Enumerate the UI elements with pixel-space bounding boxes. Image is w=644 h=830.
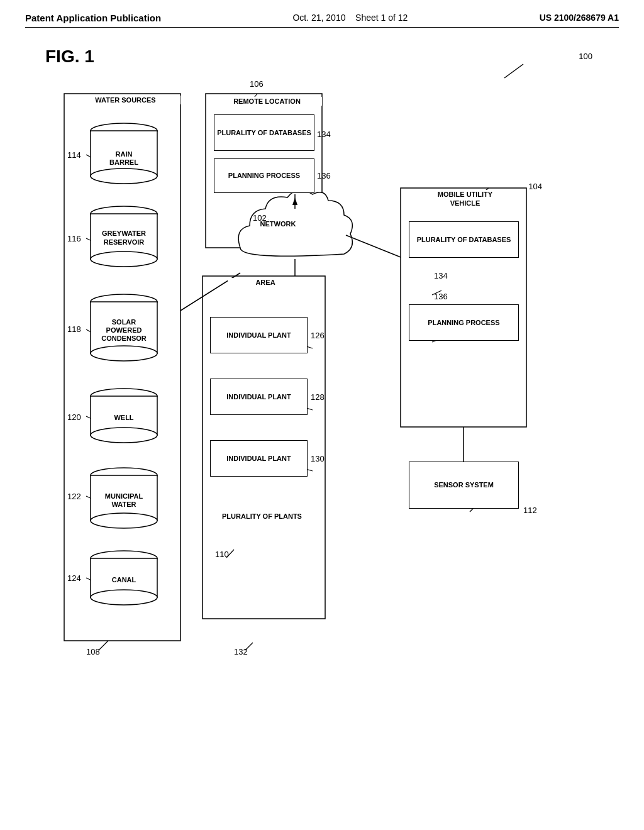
svg-text:RAIN: RAIN xyxy=(116,150,133,158)
mobile-planning-box: PLANNING PROCESS xyxy=(409,304,519,341)
ref-110: 110 xyxy=(215,550,229,559)
header-date-sheet: Oct. 21, 2010 Sheet 1 of 12 xyxy=(292,13,408,23)
ref-104: 104 xyxy=(528,182,542,191)
svg-point-50 xyxy=(91,428,157,443)
ref-120: 120 xyxy=(67,412,81,422)
page-header: Patent Application Publication Oct. 21, … xyxy=(25,13,619,28)
ref-106: 106 xyxy=(250,79,264,89)
svg-text:POWERED: POWERED xyxy=(106,326,142,334)
canal-cylinder: CANAL xyxy=(89,550,158,606)
area-title: AREA xyxy=(228,278,303,287)
well-cylinder: WELL xyxy=(89,387,158,444)
solar-cylinder: SOLAR POWERED CONDENSOR xyxy=(89,293,158,362)
header-sheet: Sheet 1 of 12 xyxy=(355,13,408,23)
ref-100: 100 xyxy=(579,52,592,61)
ref-132-bottom: 132 xyxy=(234,647,248,656)
svg-point-44 xyxy=(91,346,157,361)
ref-118: 118 xyxy=(67,324,81,334)
svg-text:BARREL: BARREL xyxy=(109,158,138,166)
svg-text:CANAL: CANAL xyxy=(112,576,136,584)
mobile-databases-box: PLURALITY OF DATABASES xyxy=(409,221,519,258)
municipal-cylinder: MUNICIPAL WATER xyxy=(89,467,158,529)
individual-plant-3-box: INDIVIDUAL PLANT xyxy=(210,440,308,477)
figure-label: FIG. 1 xyxy=(45,47,94,67)
svg-text:RESERVOIR: RESERVOIR xyxy=(104,238,145,246)
svg-text:GREYWATER: GREYWATER xyxy=(102,230,146,237)
header-patent-number: US 2100/268679 A1 xyxy=(540,13,619,23)
header-date: Oct. 21, 2010 xyxy=(292,13,345,23)
svg-text:CONDENSOR: CONDENSOR xyxy=(101,335,147,342)
sensor-system-box: SENSOR SYSTEM xyxy=(409,462,519,509)
header-publication-type: Patent Application Publication xyxy=(25,13,161,23)
individual-plant-2-box: INDIVIDUAL PLANT xyxy=(210,379,308,415)
svg-line-0 xyxy=(504,64,523,78)
ref-108-bottom: 108 xyxy=(86,647,100,656)
svg-marker-8 xyxy=(292,197,297,205)
ref-116: 116 xyxy=(67,234,81,243)
svg-point-39 xyxy=(91,252,157,267)
mobile-utility-title: MOBILE UTILITYVEHICLE xyxy=(407,190,523,208)
rain-barrel-cylinder: RAIN BARREL xyxy=(89,122,158,185)
plurality-plants-label: PLURALITY OF PLANTS xyxy=(210,512,314,521)
ref-102: 102 xyxy=(253,213,267,223)
ref-130: 130 xyxy=(311,454,325,463)
ref-124: 124 xyxy=(67,573,81,583)
svg-point-54 xyxy=(91,513,157,528)
svg-text:WELL: WELL xyxy=(114,414,133,421)
ref-136-mobile: 136 xyxy=(434,292,448,301)
greywater-cylinder: GREYWATER RESERVOIR xyxy=(89,205,158,268)
ref-114: 114 xyxy=(67,150,81,160)
svg-line-9 xyxy=(346,235,401,257)
svg-point-59 xyxy=(91,590,157,605)
ref-134-remote: 134 xyxy=(317,130,331,139)
ref-122: 122 xyxy=(67,492,81,501)
ref-126: 126 xyxy=(311,331,325,340)
svg-text:MUNICIPAL: MUNICIPAL xyxy=(105,492,143,500)
ref-112: 112 xyxy=(523,506,537,515)
remote-databases-box: PLURALITY OF DATABASES xyxy=(214,114,314,151)
svg-line-15 xyxy=(99,641,108,650)
svg-text:WATER: WATER xyxy=(112,501,136,508)
patent-diagram: FIG. 1 100 106 REMOTE LOCATION PLURALITY… xyxy=(26,34,618,776)
ref-128: 128 xyxy=(311,392,325,402)
ref-136-remote: 136 xyxy=(317,171,331,180)
remote-location-title: REMOTE LOCATION xyxy=(212,97,322,106)
remote-planning-box: PLANNING PROCESS xyxy=(214,158,314,193)
svg-point-34 xyxy=(91,169,157,184)
ref-134-mobile: 134 xyxy=(434,271,448,280)
water-sources-title: WATER SOURCES xyxy=(70,96,180,104)
svg-text:SOLAR: SOLAR xyxy=(112,318,136,326)
individual-plant-1-box: INDIVIDUAL PLANT xyxy=(210,317,308,353)
